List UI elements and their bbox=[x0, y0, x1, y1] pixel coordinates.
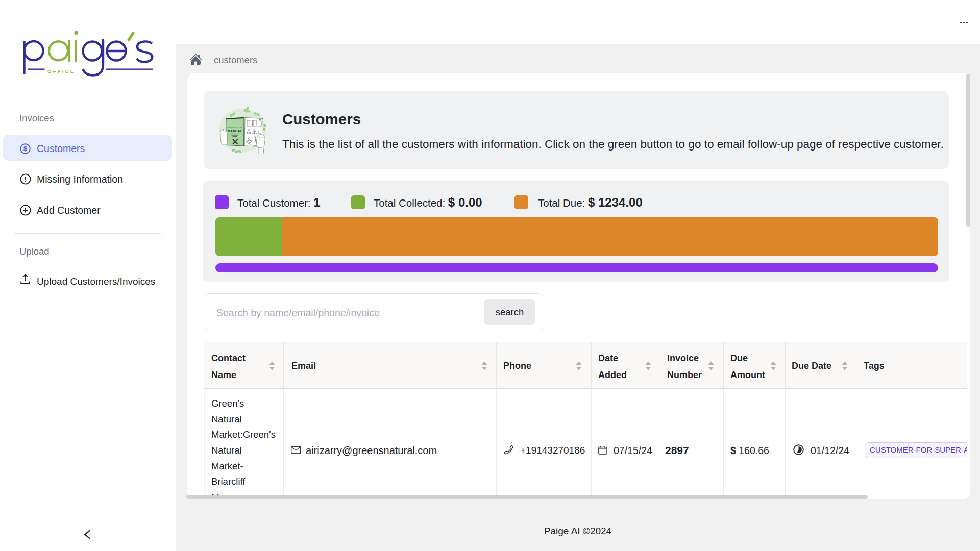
svg-text:OFFICE: OFFICE bbox=[47, 68, 76, 74]
svg-text:$: $ bbox=[23, 145, 28, 153]
svg-text:INSTRUCTION: INSTRUCTION bbox=[227, 126, 242, 129]
svg-text:MANUAL: MANUAL bbox=[228, 129, 242, 133]
